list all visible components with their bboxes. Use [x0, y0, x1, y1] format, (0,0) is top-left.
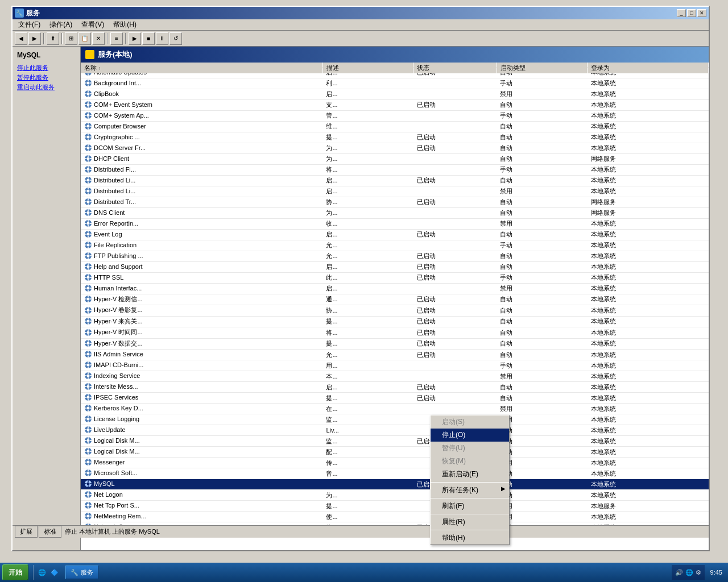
maximize-button[interactable]: □	[687, 9, 696, 17]
tray-icon-1[interactable]: 🔊	[675, 569, 683, 576]
cell-status: 已启动	[413, 294, 497, 305]
svg-rect-159	[88, 290, 89, 292]
table-row[interactable]: License Logging 监... 禁用 本地系统	[81, 414, 709, 425]
table-row[interactable]: LiveUpdate Liv... 手动 本地系统	[81, 425, 709, 436]
svg-point-187	[87, 342, 90, 345]
table-row[interactable]: Cryptographic ... 提... 已启动 自动 本地系统	[81, 132, 709, 143]
col-header-desc[interactable]: 描述	[322, 63, 413, 74]
table-row[interactable]: COM+ System Ap... 管... 手动 本地系统	[81, 110, 709, 121]
svg-rect-46	[85, 82, 86, 84]
up-button[interactable]: ⬆	[47, 32, 59, 45]
context-menu-item[interactable]: 属性(R)	[431, 516, 509, 529]
table-row[interactable]: Event Log 启... 已启动 自动 本地系统	[81, 229, 709, 240]
table-row[interactable]: Intersite Mess... 启... 已启动 自动 本地系统	[81, 382, 709, 393]
table-row[interactable]: ClipBook 启... 禁用 本地系统	[81, 89, 709, 99]
table-row[interactable]: COM+ Event System 支... 已启动 自动 本地系统	[81, 99, 709, 110]
table-row[interactable]: Logical Disk M... 监... 已启动 自动 本地系统	[81, 436, 709, 447]
svg-rect-225	[88, 410, 89, 411]
props-button[interactable]: ≡	[110, 32, 123, 45]
table-row[interactable]: DCOM Server Fr... 为... 已启动 自动 本地系统	[81, 143, 709, 153]
context-menu-item[interactable]: 刷新(F)	[431, 500, 509, 513]
delete-button[interactable]: ✕	[92, 32, 105, 45]
table-row[interactable]: Distributed Tr... 协... 已启动 自动 网络服务	[81, 197, 709, 207]
task-services-button[interactable]: 🔧 服务	[65, 566, 98, 579]
ie-icon[interactable]: 🌐	[38, 569, 46, 576]
tab-container: 扩展 标准	[15, 526, 63, 538]
back-button[interactable]: ◀	[15, 32, 27, 45]
tab-extended[interactable]: 扩展	[15, 526, 38, 538]
table-row[interactable]: Microsoft Soft... 音... 手动 本地系统	[81, 468, 709, 479]
browser-icon[interactable]: 🔷	[51, 569, 59, 576]
table-row[interactable]: MySQL 已启动 自动 本地系统	[81, 479, 709, 490]
table-row[interactable]: Distributed Li... 启... 已启动 自动 本地系统	[81, 175, 709, 186]
table-row[interactable]: Distributed Li... 启... 禁用 本地系统	[81, 186, 709, 197]
start-button[interactable]: 开始	[2, 564, 28, 580]
stop-button[interactable]: ■	[142, 32, 155, 45]
table-row[interactable]: Logical Disk M... 配... 手动 本地系统	[81, 447, 709, 458]
restart-button[interactable]: ↺	[169, 32, 182, 45]
table-row[interactable]: DHCP Client 为... 自动 网络服务	[81, 153, 709, 164]
menu-view[interactable]: 查看(V)	[77, 19, 109, 31]
svg-rect-51	[88, 95, 89, 97]
copy-button[interactable]: ⊞	[65, 32, 77, 45]
table-row[interactable]: Net Tcp Port S... 提... 禁用 本地服务	[81, 501, 709, 512]
col-header-name[interactable]: 名称 ↑	[81, 63, 322, 74]
context-menu-item[interactable]: 帮助(H)	[431, 531, 509, 544]
close-button[interactable]: ✕	[697, 9, 706, 17]
table-row[interactable]: Help and Support 启... 已启动 自动 本地系统	[81, 261, 709, 272]
pause-button[interactable]: ⏸	[156, 32, 168, 45]
svg-rect-92	[88, 166, 89, 168]
context-menu-item[interactable]: 所有任务(K)▶	[431, 484, 509, 497]
table-row[interactable]: Computer Browser 维... 自动 本地系统	[81, 121, 709, 132]
table-row[interactable]: IMAPI CD-Burni... 用... 手动 本地系统	[81, 360, 709, 371]
svg-rect-200	[88, 361, 89, 363]
tray-icon-3[interactable]: ⚙	[696, 569, 701, 576]
table-row[interactable]: Kerberos Key D... 在... 禁用 本地系统	[81, 404, 709, 414]
play-button[interactable]: ▶	[129, 32, 141, 45]
paste-button[interactable]: 📋	[78, 32, 91, 45]
context-menu-item[interactable]: 重新启动(E)	[431, 468, 509, 481]
cell-desc: 本...	[322, 371, 413, 382]
pause-service-link[interactable]: 暂停此服务	[17, 73, 76, 82]
table-row[interactable]: NetMeeting Rem... 使... 禁用 本地系统	[81, 512, 709, 522]
table-row[interactable]: Hyper-V 数据交... 提... 已启动 自动 本地系统	[81, 338, 709, 350]
forward-button[interactable]: ▶	[28, 32, 41, 45]
table-row[interactable]: Indexing Service 本... 禁用 本地系统	[81, 371, 709, 382]
minimize-button[interactable]: _	[677, 9, 686, 17]
col-header-status[interactable]: 状态	[413, 63, 497, 74]
table-row[interactable]: Hyper-V 检测信... 通... 已启动 自动 本地系统	[81, 294, 709, 305]
clock[interactable]: 9:45	[707, 568, 726, 577]
table-row[interactable]: Error Reportin... 收... 禁用 本地系统	[81, 218, 709, 229]
table-row[interactable]: Background Int... 利... 手动 本地系统	[81, 78, 709, 89]
table-row[interactable]: Human Interfac... 启... 禁用 本地系统	[81, 283, 709, 294]
restart-service-link[interactable]: 重启动此服务	[17, 83, 76, 92]
table-row[interactable]: IIS Admin Service 允... 已启动 自动 本地系统	[81, 350, 709, 360]
cell-name: Human Interfac...	[81, 283, 322, 294]
table-row[interactable]: Distributed Fi... 将... 手动 本地系统	[81, 164, 709, 175]
cell-name: COM+ Event System	[81, 99, 322, 110]
table-row[interactable]: Hyper-V 时间同... 将... 已启动 自动 本地系统	[81, 327, 709, 339]
table-row[interactable]: FTP Publishing ... 允... 已启动 自动 本地系统	[81, 251, 709, 261]
tab-standard[interactable]: 标准	[39, 526, 61, 538]
col-header-logon[interactable]: 登录为	[588, 63, 709, 74]
table-row[interactable]: Messenger 传... 禁用 本地系统	[81, 458, 709, 468]
services-table-container[interactable]: 名称 ↑ 描述 状态 启动类型 登录为 .NET Runtime O... Mi…	[81, 63, 709, 533]
tray-icon-2[interactable]: 🌐	[685, 569, 693, 576]
table-row[interactable]: File Replication 允... 手动 本地系统	[81, 240, 709, 251]
table-row[interactable]: Hyper-V 来宾关... 提... 已启动 自动 本地系统	[81, 316, 709, 327]
cell-name: Error Reportin...	[81, 218, 322, 229]
menu-help[interactable]: 帮助(H)	[109, 19, 141, 31]
table-row[interactable]: Net Logon 为... 手动 本地系统	[81, 490, 709, 501]
cell-starttype: 自动	[497, 436, 588, 447]
menu-action[interactable]: 操作(A)	[45, 19, 77, 31]
menu-file[interactable]: 文件(F)	[14, 19, 45, 31]
table-row[interactable]: IPSEC Services 提... 已启动 自动 本地系统	[81, 393, 709, 404]
table-row[interactable]: HTTP SSL 此... 已启动 手动 本地系统	[81, 272, 709, 283]
table-row[interactable]: Hyper-V 卷影复... 协... 已启动 自动 本地系统	[81, 305, 709, 317]
stop-service-link[interactable]: 停止此服务	[17, 64, 76, 72]
svg-rect-147	[88, 268, 89, 270]
context-menu-item[interactable]: 停止(O)	[431, 429, 509, 442]
cell-desc: 允...	[322, 251, 413, 261]
col-header-starttype[interactable]: 启动类型	[497, 63, 588, 74]
table-row[interactable]: DNS Client 为... 自动 网络服务	[81, 207, 709, 218]
